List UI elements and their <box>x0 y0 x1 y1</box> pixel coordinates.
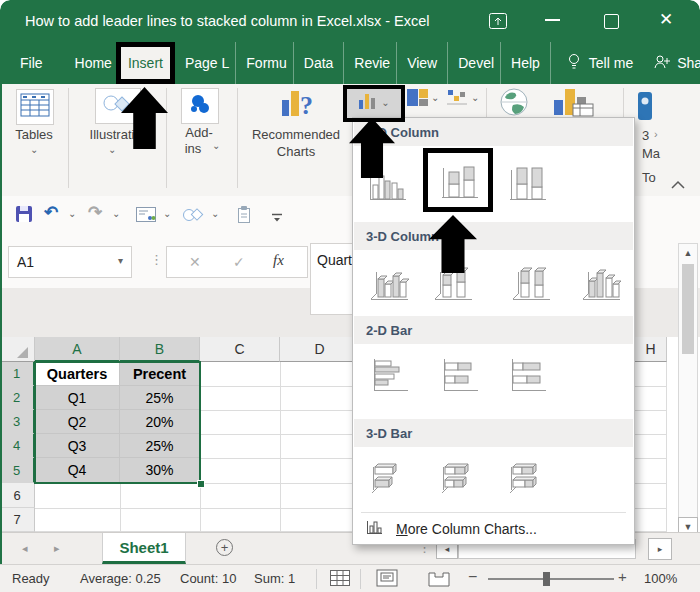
option-100-stacked-column[interactable] <box>503 154 551 212</box>
row-header-5[interactable]: 5 <box>0 458 35 483</box>
tab-developer[interactable]: Devel <box>447 42 500 84</box>
tab-home[interactable]: Home <box>61 42 114 84</box>
insert-waterfall-chart-button[interactable] <box>447 89 468 110</box>
insert-hierarchy-chart-button[interactable] <box>407 89 428 110</box>
page-break-view-icon[interactable] <box>428 569 450 591</box>
page-layout-view-icon[interactable] <box>376 569 398 591</box>
option-100-stacked-bar[interactable] <box>503 346 551 404</box>
tab-view[interactable]: View <box>396 42 447 84</box>
column-header-A[interactable]: A <box>35 337 120 362</box>
cell-A4[interactable]: Q3 <box>35 434 120 458</box>
row-header-1[interactable]: 1 <box>0 362 35 386</box>
zoom-slider-handle[interactable] <box>543 572 550 586</box>
zoom-in-icon[interactable]: + <box>618 568 627 585</box>
tab-help[interactable]: Help <box>500 42 550 84</box>
option-3d-clustered-column[interactable] <box>365 254 413 312</box>
cell-B1[interactable]: Precent <box>120 362 200 386</box>
cell-A5[interactable]: Q4 <box>35 458 120 483</box>
cell-B5[interactable]: 30% <box>120 458 200 483</box>
section-header-2d-column: 2-D Column <box>354 118 633 146</box>
vertical-scroll-thumb[interactable] <box>682 264 694 354</box>
recommended-charts-label-1: Recommended <box>242 127 350 142</box>
row-header-4[interactable]: 4 <box>0 434 35 458</box>
name-box[interactable]: A1 ▾ <box>8 246 132 278</box>
column-header-C[interactable]: C <box>200 337 280 362</box>
row-header-6[interactable]: 6 <box>0 483 35 508</box>
tab-review[interactable]: Revie <box>343 42 396 84</box>
share-button[interactable]: Share <box>643 42 700 84</box>
3d-map-button[interactable] <box>637 91 655 125</box>
recommended-charts-button[interactable]: ? <box>280 86 318 124</box>
chevron-down-icon[interactable]: ⌄ <box>471 93 479 103</box>
scroll-up-icon[interactable]: ▲ <box>679 248 697 258</box>
chevron-down-icon[interactable]: ⌄ <box>431 93 439 103</box>
chevron-down-icon[interactable]: ⌄ <box>163 209 171 219</box>
option-3d-column[interactable] <box>577 254 625 312</box>
status-mode: Ready <box>12 571 50 586</box>
tables-button[interactable] <box>16 89 54 125</box>
option-3d-clustered-bar[interactable] <box>365 449 413 507</box>
cell-A3[interactable]: Q2 <box>35 410 120 434</box>
cell-B2[interactable]: 25% <box>120 386 200 410</box>
addins-button[interactable] <box>181 88 219 124</box>
new-sheet-icon[interactable]: + <box>216 539 233 556</box>
option-clustered-bar[interactable] <box>365 346 413 404</box>
sheet-nav-left-icon[interactable]: ◂ <box>22 542 28 555</box>
zoom-out-icon[interactable]: − <box>468 568 477 586</box>
chevron-down-icon[interactable]: ⌄ <box>68 209 76 219</box>
contact-card-icon[interactable] <box>136 207 156 226</box>
shapes-icon[interactable] <box>182 207 206 227</box>
title-bar: How to add leader lines to stacked colum… <box>0 0 700 42</box>
clipboard-icon[interactable] <box>236 205 252 228</box>
minimize-icon[interactable] <box>545 19 560 21</box>
save-icon[interactable] <box>15 205 33 227</box>
vertical-scrollbar[interactable]: ▲ <box>678 243 698 537</box>
redo-icon[interactable]: ↷ <box>88 202 102 223</box>
maps-button[interactable] <box>499 87 529 121</box>
zoom-slider-track[interactable] <box>488 578 614 580</box>
enter-icon[interactable]: ✓ <box>233 254 245 270</box>
zoom-level[interactable]: 100% <box>644 571 677 586</box>
chevron-down-icon[interactable]: ⌄ <box>112 209 120 219</box>
option-stacked-bar[interactable] <box>435 346 483 404</box>
column-header-B[interactable]: B <box>120 337 200 362</box>
tab-insert[interactable]: Insert <box>116 42 175 84</box>
row-header-2[interactable]: 2 <box>0 386 35 410</box>
option-3d-stacked-bar[interactable] <box>435 449 483 507</box>
cell-B3[interactable]: 20% <box>120 410 200 434</box>
fill-handle[interactable] <box>197 480 205 488</box>
tab-formulas[interactable]: Formu <box>235 42 292 84</box>
insert-function-icon[interactable]: fx <box>273 252 284 269</box>
tab-page-layout[interactable]: Page L <box>175 42 235 84</box>
collapse-ribbon-icon[interactable] <box>670 176 686 194</box>
cell-A1[interactable]: Quarters <box>35 362 120 386</box>
cancel-icon[interactable]: ✕ <box>189 254 201 270</box>
tab-tell-me[interactable]: Tell me <box>550 42 643 84</box>
name-box-value: A1 <box>17 254 34 270</box>
chevron-down-icon[interactable]: ⌄ <box>211 209 219 219</box>
cell-A2[interactable]: Q1 <box>35 386 120 410</box>
chevron-down-icon[interactable]: ▾ <box>118 255 123 266</box>
more-column-charts-item[interactable]: More Column Charts... <box>354 514 633 544</box>
select-all-triangle-icon <box>17 347 28 358</box>
hscroll-right-button[interactable]: ▸ <box>648 538 672 560</box>
column-header-H[interactable]: H <box>635 337 667 362</box>
chevron-down-icon: ⌄ <box>212 141 220 151</box>
option-3d-100-stacked-bar[interactable] <box>503 449 551 507</box>
maximize-icon[interactable] <box>604 14 619 29</box>
close-icon[interactable]: ✕ <box>659 9 673 30</box>
option-3d-100-stacked-column[interactable] <box>507 254 555 312</box>
cell-B4[interactable]: 25% <box>120 434 200 458</box>
ribbon-display-options-icon[interactable] <box>489 13 507 33</box>
sheet-nav-right-icon[interactable]: ▸ <box>54 542 60 555</box>
row-header-7[interactable]: 7 <box>0 508 35 532</box>
column-header-D[interactable]: D <box>280 337 360 362</box>
normal-view-icon[interactable] <box>330 570 350 590</box>
tab-data[interactable]: Data <box>293 42 344 84</box>
undo-icon[interactable]: ↶ <box>44 202 58 223</box>
customize-toolbar-icon[interactable] <box>271 210 283 228</box>
select-all-corner[interactable] <box>0 337 35 362</box>
row-header-3[interactable]: 3 <box>0 410 35 434</box>
sheet-tab-sheet1[interactable]: Sheet1 <box>102 533 186 564</box>
tab-file[interactable]: File <box>0 42 61 84</box>
